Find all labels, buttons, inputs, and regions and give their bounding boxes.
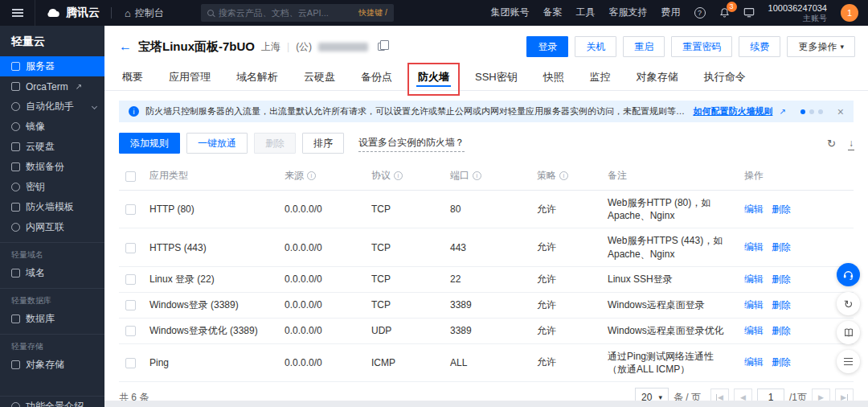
nav-group-account[interactable]: 集团账号 [491, 6, 530, 19]
nav-tools[interactable]: 工具 [576, 6, 596, 19]
tab-app-management[interactable]: 应用管理 [167, 67, 212, 86]
shutdown-button[interactable]: 关机 [575, 36, 616, 57]
row-checkbox[interactable] [125, 274, 136, 285]
login-button[interactable]: 登录 [526, 36, 568, 57]
edit-link[interactable]: 编辑 [744, 241, 764, 253]
renew-button[interactable]: 续费 [739, 36, 780, 57]
download-icon[interactable]: ↓ [849, 138, 854, 148]
tab-run-command[interactable]: 执行命令 [702, 67, 747, 86]
chevron-down-icon [92, 104, 97, 109]
sidebar-item-private-network[interactable]: 内网互联 [0, 217, 104, 237]
row-checkbox[interactable] [125, 204, 136, 215]
next-page-button[interactable]: ▶ [812, 388, 830, 401]
sidebar-item-domain[interactable]: 域名 [0, 263, 104, 283]
sidebar-item-cloud-disk[interactable]: 云硬盘 [0, 137, 104, 157]
survey-button[interactable] [837, 350, 860, 373]
row-checkbox[interactable] [125, 300, 136, 310]
row-checkbox[interactable] [125, 243, 136, 253]
close-icon[interactable]: × [837, 106, 844, 117]
cell-source: 0.0.0.0/0 [278, 318, 365, 343]
firewall-rules-help-link[interactable]: 如何配置防火墙规则 [693, 105, 772, 117]
edit-link[interactable]: 编辑 [744, 204, 764, 215]
delete-link[interactable]: 删除 [772, 273, 791, 285]
delete-link[interactable]: 删除 [772, 241, 791, 253]
select-all-checkbox[interactable] [125, 171, 136, 182]
carousel-dot[interactable] [818, 109, 823, 114]
sidebar-item-images[interactable]: 镜像 [0, 117, 104, 137]
refresh-icon[interactable]: ↻ [827, 138, 836, 149]
page-size-select[interactable]: 20 ▾ [635, 388, 669, 401]
sidebar-item-object-storage[interactable]: 对象存储 [0, 355, 104, 375]
delete-link[interactable]: 删除 [772, 325, 791, 336]
nav-support[interactable]: 客服支持 [609, 6, 648, 19]
restart-button[interactable]: 重启 [623, 36, 665, 57]
search-input[interactable] [219, 8, 354, 18]
row-checkbox[interactable] [125, 326, 136, 336]
edit-link[interactable]: 编辑 [744, 325, 764, 336]
allow-all-button[interactable]: 一键放通 [186, 133, 248, 154]
sidebar-item-data-backup[interactable]: 数据备份 [0, 157, 104, 177]
delete-link[interactable]: 删除 [772, 204, 791, 215]
avatar[interactable]: 1 [841, 4, 858, 22]
feedback-button[interactable]: ↻ [837, 292, 860, 315]
multi-instance-firewall-link[interactable]: 设置多台实例的防火墙？ [358, 134, 465, 151]
sidebar-item-database[interactable]: 数据库 [0, 309, 104, 329]
brand-logo[interactable]: 腾讯云 [35, 6, 111, 20]
edit-link[interactable]: 编辑 [744, 356, 764, 368]
nav-icp-filing[interactable]: 备案 [543, 6, 563, 19]
copy-icon[interactable] [378, 43, 385, 51]
info-icon[interactable]: i [559, 171, 568, 180]
carousel-dot[interactable] [809, 109, 814, 114]
nav-billing[interactable]: 费用 [661, 6, 681, 19]
workbench-icon[interactable] [743, 7, 755, 18]
prev-page-button[interactable]: ◀ [734, 388, 752, 401]
documentation-button[interactable] [837, 321, 860, 344]
sidebar-item-orcaterm[interactable]: OrcaTerm ↗ [0, 76, 104, 97]
header-protocol: 协议i [365, 162, 444, 191]
tab-firewall[interactable]: 防火墙 [416, 67, 451, 86]
tab-snapshot[interactable]: 快照 [542, 67, 566, 86]
cell-source: 0.0.0.0/0 [278, 343, 365, 381]
terminal-icon [11, 82, 20, 91]
more-actions-dropdown[interactable]: 更多操作 ▾ [787, 36, 855, 57]
global-search[interactable]: 快捷键 / [201, 4, 394, 22]
tab-monitoring[interactable]: 监控 [588, 67, 612, 86]
hamburger-menu-button[interactable] [0, 0, 35, 26]
delete-link[interactable]: 删除 [772, 356, 791, 368]
sidebar-item-ssh-keys[interactable]: 密钥 [0, 177, 104, 197]
info-icon[interactable]: i [307, 171, 316, 180]
tab-cloud-disk[interactable]: 云硬盘 [302, 67, 337, 86]
sort-button[interactable]: 排序 [302, 133, 344, 154]
tab-object-storage[interactable]: 对象存储 [635, 67, 680, 86]
sidebar-item-server[interactable]: 服务器 [0, 56, 104, 76]
reset-password-button[interactable]: 重置密码 [671, 36, 732, 57]
backup-icon [11, 162, 20, 171]
delete-link[interactable]: 删除 [772, 299, 791, 310]
info-icon[interactable]: i [394, 171, 403, 180]
sidebar-promo-item[interactable]: 功能全景介绍 [0, 396, 104, 407]
tab-overview[interactable]: 概要 [121, 67, 145, 86]
last-page-button[interactable]: ▶ [835, 388, 854, 401]
sidebar-item-firewall-template[interactable]: 防火墙模板 [0, 197, 104, 217]
console-link[interactable]: ⌂ 控制台 [112, 6, 177, 20]
table-row: Windows登录 (3389) 0.0.0.0/0 TCP 3389 允许 W… [119, 292, 854, 318]
help-icon[interactable]: ? [694, 7, 706, 18]
tab-backup-point[interactable]: 备份点 [359, 67, 394, 86]
row-checkbox[interactable] [125, 358, 136, 368]
sidebar-item-automation-assistant[interactable]: 自动化助手 [0, 97, 104, 117]
add-rule-button[interactable]: 添加规则 [119, 133, 180, 154]
customer-service-button[interactable] [837, 263, 860, 286]
tab-ssh-key[interactable]: SSH密钥 [473, 67, 519, 86]
sidebar-item-label: 数据备份 [26, 160, 64, 174]
carousel-dot-active[interactable] [800, 109, 805, 114]
back-button[interactable]: ← [119, 40, 132, 53]
notifications-button[interactable]: 3 [719, 7, 730, 18]
first-page-button[interactable]: ◀ [710, 388, 729, 401]
edit-link[interactable]: 编辑 [744, 299, 764, 310]
tab-domain-resolution[interactable]: 域名解析 [235, 67, 280, 86]
info-icon[interactable]: i [473, 171, 481, 180]
account-info[interactable]: 100036247034 主账号 [768, 3, 827, 23]
current-page-input[interactable]: 1 [757, 388, 784, 401]
edit-link[interactable]: 编辑 [744, 273, 764, 285]
delete-button[interactable]: 删除 [254, 133, 296, 154]
